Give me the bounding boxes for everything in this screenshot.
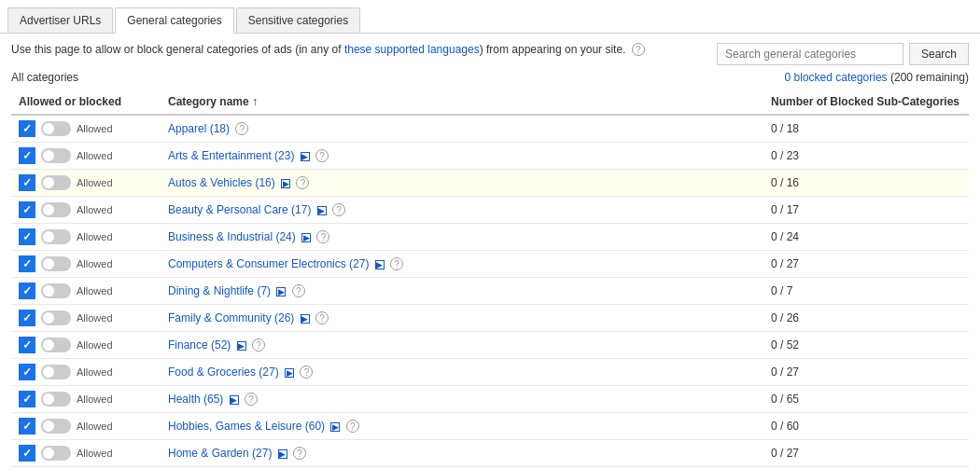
blocked-subcategories-cell: 0 / 27	[763, 251, 969, 278]
category-checkbox[interactable]	[19, 228, 35, 245]
category-link[interactable]: Food & Groceries (27)	[168, 366, 279, 379]
category-toggle[interactable]	[41, 365, 71, 379]
tab-general-categories[interactable]: General categories	[115, 7, 233, 34]
search-button[interactable]: Search	[909, 43, 969, 65]
page-description: Use this page to allow or block general …	[11, 43, 645, 56]
category-toggle[interactable]	[41, 392, 71, 407]
category-checkbox[interactable]	[19, 120, 35, 137]
allowed-blocked-cell: Allowed	[11, 440, 161, 467]
expand-arrow[interactable]: ▶	[281, 179, 290, 188]
category-help-icon[interactable]: ?	[296, 176, 309, 189]
category-toggle[interactable]	[41, 283, 71, 298]
category-name-cell: Beauty & Personal Care (17) ▶ ?	[161, 197, 763, 224]
category-help-icon[interactable]: ?	[252, 338, 265, 352]
category-name-cell: Health (65) ▶ ?	[161, 386, 763, 413]
category-toggle[interactable]	[41, 229, 71, 244]
expand-arrow[interactable]: ▶	[278, 449, 287, 459]
category-link[interactable]: Computers & Consumer Electronics (27)	[168, 257, 369, 270]
allowed-blocked-cell: Allowed	[11, 413, 161, 440]
description-text-after: ) from appearing on your site.	[480, 43, 626, 56]
category-toggle[interactable]	[41, 310, 71, 325]
category-help-icon[interactable]: ?	[293, 447, 306, 460]
category-checkbox[interactable]	[19, 391, 35, 407]
category-toggle[interactable]	[41, 338, 71, 352]
category-checkbox[interactable]	[19, 201, 35, 218]
expand-arrow[interactable]: ▶	[285, 368, 294, 378]
category-name-cell: Autos & Vehicles (16) ▶ ?	[161, 170, 763, 197]
category-checkbox[interactable]	[19, 418, 35, 435]
expand-arrow[interactable]: ▶	[330, 422, 340, 432]
category-checkbox[interactable]	[19, 174, 35, 191]
expand-arrow[interactable]: ▶	[375, 260, 385, 269]
expand-arrow[interactable]: ▶	[230, 395, 239, 405]
category-link[interactable]: Arts & Entertainment (23)	[168, 149, 294, 162]
category-link[interactable]: Finance (52)	[168, 338, 231, 352]
category-link[interactable]: Health (65)	[168, 393, 223, 406]
table-row: Allowed Health (65) ▶ ?0 / 65	[11, 386, 969, 413]
category-help-icon[interactable]: ?	[390, 257, 403, 270]
category-toggle[interactable]	[41, 446, 71, 461]
status-label: Allowed	[77, 177, 113, 188]
category-checkbox[interactable]	[19, 364, 35, 380]
expand-arrow[interactable]: ▶	[237, 341, 246, 351]
category-toggle[interactable]	[41, 202, 71, 217]
category-checkbox[interactable]	[19, 283, 35, 299]
category-link[interactable]: Family & Community (26)	[168, 311, 294, 324]
table-row: Allowed Business & Industrial (24) ▶ ?0 …	[11, 224, 969, 251]
tab-advertiser-urls[interactable]: Advertiser URLs	[7, 7, 113, 33]
category-toggle[interactable]	[41, 419, 71, 434]
category-name-cell: Family & Community (26) ▶ ?	[161, 305, 763, 332]
category-toggle[interactable]	[41, 148, 71, 163]
category-link[interactable]: Apparel (18)	[168, 122, 230, 135]
allowed-blocked-cell: Allowed	[11, 170, 161, 197]
category-help-icon[interactable]: ?	[332, 203, 345, 216]
blocked-subcategories-cell: 0 / 16	[763, 170, 969, 197]
category-toggle[interactable]	[41, 256, 71, 271]
category-link[interactable]: Dining & Nightlife (7)	[168, 284, 271, 297]
all-categories-label: All categories	[11, 71, 78, 84]
category-checkbox[interactable]	[19, 255, 35, 272]
category-help-icon[interactable]: ?	[315, 149, 329, 162]
category-help-icon[interactable]: ?	[346, 420, 359, 433]
allowed-blocked-cell: Allowed	[11, 115, 161, 143]
allowed-blocked-cell: Allowed	[11, 278, 161, 305]
category-link[interactable]: Home & Garden (27)	[168, 447, 272, 460]
category-toggle[interactable]	[41, 121, 71, 136]
allowed-blocked-cell: Allowed	[11, 305, 161, 332]
category-help-icon[interactable]: ?	[316, 230, 329, 243]
supported-languages-link[interactable]: these supported languages	[344, 43, 480, 56]
expand-arrow[interactable]: ▶	[301, 233, 311, 242]
category-help-icon[interactable]: ?	[245, 393, 258, 406]
category-link[interactable]: Hobbies, Games & Leisure (60)	[168, 420, 325, 433]
category-help-icon[interactable]: ?	[292, 284, 305, 297]
table-row: Allowed Family & Community (26) ▶ ?0 / 2…	[11, 305, 969, 332]
category-checkbox[interactable]	[19, 337, 35, 353]
category-toggle[interactable]	[41, 175, 71, 190]
category-checkbox[interactable]	[19, 445, 35, 462]
category-link[interactable]: Business & Industrial (24)	[168, 230, 296, 243]
category-checkbox[interactable]	[19, 310, 35, 326]
main-content: Use this page to allow or block general …	[0, 34, 980, 469]
category-help-icon[interactable]: ?	[235, 122, 248, 135]
expand-arrow[interactable]: ▶	[301, 314, 310, 324]
category-help-icon[interactable]: ?	[300, 366, 313, 379]
category-checkbox[interactable]	[19, 147, 35, 164]
blocked-subcategories-cell: 0 / 23	[763, 143, 969, 170]
status-label: Allowed	[77, 421, 113, 432]
category-help-icon[interactable]: ?	[315, 311, 329, 324]
allowed-blocked-cell: Allowed	[11, 143, 161, 170]
expand-arrow[interactable]: ▶	[317, 206, 327, 215]
tab-sensitive-categories[interactable]: Sensitive categories	[236, 7, 360, 33]
category-link[interactable]: Beauty & Personal Care (17)	[168, 203, 311, 216]
expand-arrow[interactable]: ▶	[301, 152, 310, 161]
blocked-categories-link[interactable]: 0 blocked categories	[785, 71, 888, 84]
allowed-blocked-cell: Allowed	[11, 386, 161, 413]
description-help-icon[interactable]: ?	[632, 43, 645, 56]
expand-arrow[interactable]: ▶	[276, 287, 286, 297]
search-input[interactable]	[717, 43, 903, 65]
table-row: Allowed Arts & Entertainment (23) ▶ ?0 /…	[11, 143, 969, 170]
allowed-blocked-cell: Allowed	[11, 224, 161, 251]
table-row: Allowed Dining & Nightlife (7) ▶ ?0 / 7	[11, 278, 969, 305]
table-row: Allowed Beauty & Personal Care (17) ▶ ?0…	[11, 197, 969, 224]
category-link[interactable]: Autos & Vehicles (16)	[168, 176, 275, 189]
